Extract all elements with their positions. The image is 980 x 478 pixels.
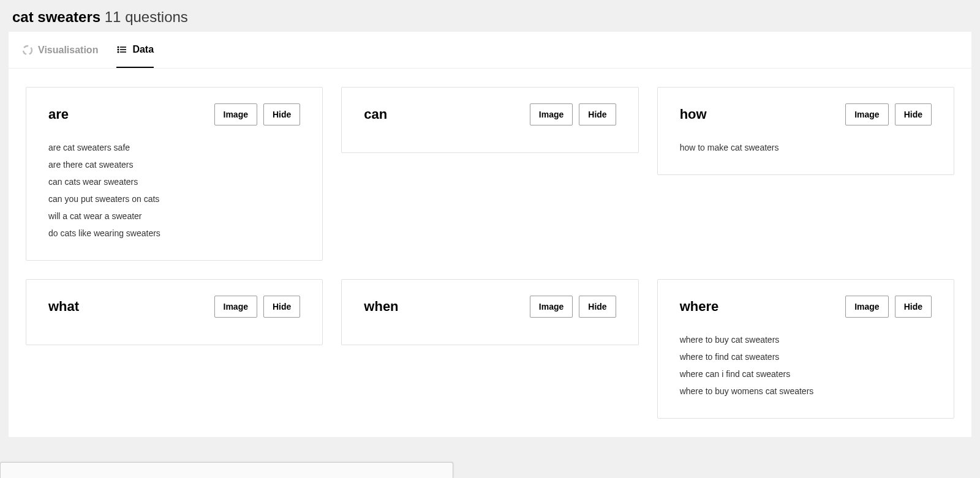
list-item[interactable]: where to buy womens cat sweaters: [680, 383, 932, 400]
image-button[interactable]: Image: [530, 103, 573, 125]
list-item[interactable]: are cat sweaters safe: [48, 139, 300, 156]
list-item[interactable]: how to make cat sweaters: [680, 139, 932, 156]
search-term: cat sweaters: [12, 9, 100, 25]
question-count: 11 questions: [105, 9, 188, 25]
card-can: canImageHide: [341, 87, 638, 153]
question-list: where to buy cat sweaterswhere to find c…: [680, 331, 932, 400]
card-title: when: [364, 299, 398, 315]
card-buttons: ImageHide: [845, 296, 932, 318]
list-item[interactable]: will a cat wear a sweater: [48, 207, 300, 225]
cards-grid: areImageHideare cat sweaters safeare the…: [9, 69, 971, 437]
image-button[interactable]: Image: [530, 296, 573, 318]
card-what: whatImageHide: [26, 279, 323, 345]
hide-button[interactable]: Hide: [263, 103, 300, 125]
card-buttons: ImageHide: [214, 296, 301, 318]
card-buttons: ImageHide: [845, 103, 932, 125]
iframe-placeholder: [0, 462, 453, 478]
card-head: howImageHide: [680, 103, 932, 125]
page-header: cat sweaters 11 questions: [0, 0, 980, 32]
image-button[interactable]: Image: [845, 296, 888, 318]
hide-button[interactable]: Hide: [579, 103, 616, 125]
results-panel: Visualisation Data areImageHideare cat s…: [9, 32, 971, 437]
list-icon: [116, 44, 127, 55]
card-buttons: ImageHide: [530, 103, 616, 125]
card-head: whereImageHide: [680, 296, 932, 318]
list-item[interactable]: do cats like wearing sweaters: [48, 225, 300, 242]
tab-data[interactable]: Data: [116, 32, 154, 68]
tab-visualisation[interactable]: Visualisation: [22, 32, 98, 68]
card-title: are: [48, 106, 69, 122]
card-where: whereImageHidewhere to buy cat sweatersw…: [657, 279, 954, 419]
card-title: what: [48, 299, 79, 315]
svg-point-5: [118, 51, 119, 53]
card-title: can: [364, 106, 387, 122]
list-item[interactable]: where to find cat sweaters: [680, 348, 932, 365]
hide-button[interactable]: Hide: [895, 296, 932, 318]
image-button[interactable]: Image: [214, 296, 257, 318]
tab-visualisation-label: Visualisation: [38, 45, 98, 56]
card-head: canImageHide: [364, 103, 616, 125]
tabs: Visualisation Data: [9, 32, 971, 69]
svg-point-3: [118, 49, 119, 50]
list-item[interactable]: where can i find cat sweaters: [680, 365, 932, 383]
card-title: how: [680, 106, 707, 122]
spinner-icon: [22, 45, 33, 56]
card-are: areImageHideare cat sweaters safeare the…: [26, 87, 323, 261]
list-item[interactable]: where to buy cat sweaters: [680, 331, 932, 348]
card-head: whenImageHide: [364, 296, 616, 318]
question-list: are cat sweaters safeare there cat sweat…: [48, 139, 300, 242]
list-item[interactable]: are there cat sweaters: [48, 156, 300, 173]
card-title: where: [680, 299, 719, 315]
hide-button[interactable]: Hide: [263, 296, 300, 318]
card-head: whatImageHide: [48, 296, 300, 318]
page-title: cat sweaters 11 questions: [12, 9, 968, 26]
question-list: how to make cat sweaters: [680, 139, 932, 156]
hide-button[interactable]: Hide: [895, 103, 932, 125]
card-when: whenImageHide: [341, 279, 638, 345]
image-button[interactable]: Image: [214, 103, 257, 125]
image-button[interactable]: Image: [845, 103, 888, 125]
list-item[interactable]: can you put sweaters on cats: [48, 190, 300, 207]
hide-button[interactable]: Hide: [579, 296, 616, 318]
card-how: howImageHidehow to make cat sweaters: [657, 87, 954, 175]
card-buttons: ImageHide: [530, 296, 616, 318]
list-item[interactable]: can cats wear sweaters: [48, 173, 300, 190]
card-buttons: ImageHide: [214, 103, 301, 125]
svg-point-1: [118, 47, 119, 48]
svg-point-0: [23, 46, 32, 54]
card-head: areImageHide: [48, 103, 300, 125]
tab-data-label: Data: [132, 44, 154, 55]
